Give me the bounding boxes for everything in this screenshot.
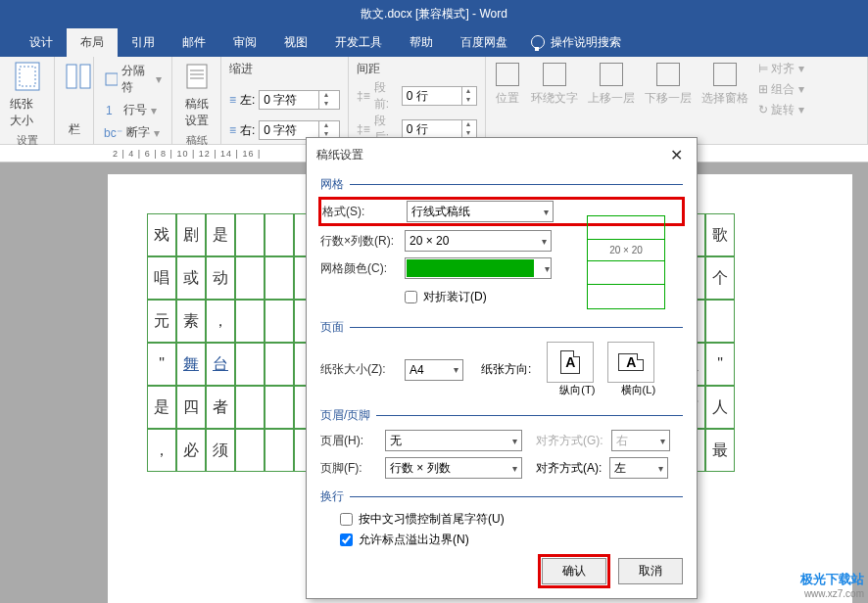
watermark: 极光下载站 www.xz7.com: [800, 571, 864, 599]
forward-icon: [600, 63, 623, 86]
grid-cell: 者: [206, 386, 235, 429]
grid-cell: [265, 213, 294, 256]
grid-cell: 须: [206, 429, 235, 472]
tab-layout[interactable]: 布局: [67, 28, 118, 57]
group-button: ⊞ 组合 ▾: [758, 81, 804, 98]
ok-button[interactable]: 确认: [542, 558, 606, 584]
grid-cell: ": [147, 343, 176, 386]
rowscols-select[interactable]: 20 × 20: [405, 230, 552, 252]
bulb-icon: [531, 35, 545, 49]
back-button: 下移一层: [645, 90, 692, 107]
color-swatch: [407, 259, 534, 277]
grid-cell: 歌: [705, 213, 735, 256]
position-icon: [496, 63, 519, 86]
fold-checkbox[interactable]: 对折装订(D): [405, 289, 487, 305]
grid-cell: 戏: [147, 213, 176, 256]
grid-cell: ，: [147, 429, 176, 472]
landscape-label: 横向(L): [607, 383, 668, 397]
pagesize-select[interactable]: A4: [405, 359, 463, 381]
space-before-input[interactable]: ▴▾: [402, 86, 477, 106]
breaks-icon: [104, 71, 118, 87]
line-numbers-button[interactable]: 1行号 ▾: [102, 100, 164, 120]
header-align-label: 对齐方式(G):: [536, 433, 603, 449]
wrap-legend: 换行: [320, 488, 683, 505]
rotate-button: ↻ 旋转 ▾: [758, 102, 804, 118]
landscape-button[interactable]: A: [607, 342, 654, 383]
indent-left-label: 左:: [240, 92, 255, 109]
grid-cell: [235, 386, 265, 429]
header-select[interactable]: 无: [385, 430, 522, 451]
manuscript-button[interactable]: 稿纸 设置: [183, 94, 211, 131]
svg-text:1: 1: [106, 104, 113, 117]
tab-design[interactable]: 设计: [16, 28, 67, 57]
indent-right-label: 右:: [240, 122, 255, 139]
manuscript-icon[interactable]: [181, 61, 213, 92]
close-icon[interactable]: ✕: [666, 146, 687, 164]
grid-cell: [235, 256, 265, 300]
footer-align-label: 对齐方式(A):: [536, 460, 602, 477]
hf-legend: 页眉/页脚: [320, 407, 683, 424]
portrait-button[interactable]: A: [547, 342, 594, 383]
grid-cell: 动: [206, 256, 235, 300]
grid-cell: 台: [206, 343, 235, 386]
footer-select[interactable]: 行数 × 列数: [385, 457, 522, 479]
grid-cell: [235, 300, 265, 343]
window-title: 散文.docx [兼容模式] - Word: [0, 0, 868, 27]
tab-dev[interactable]: 开发工具: [321, 28, 396, 57]
grid-cell: 舞: [176, 343, 206, 386]
grid-cell: 元: [147, 300, 176, 343]
format-select[interactable]: 行线式稿纸: [407, 201, 554, 222]
grid-cell: 四: [176, 386, 206, 429]
line-num-icon: 1: [104, 103, 120, 118]
margins-icon[interactable]: [12, 61, 43, 92]
selection-button: 选择窗格: [701, 90, 748, 107]
grid-cell: 最: [705, 429, 735, 472]
indent-left-input[interactable]: ▴▾: [259, 90, 340, 110]
overflow-checkbox[interactable]: 允许标点溢出边界(N): [340, 532, 683, 548]
tab-help[interactable]: 帮助: [396, 28, 447, 57]
breaks-button[interactable]: 分隔符 ▾: [102, 61, 164, 98]
tab-mail[interactable]: 邮件: [169, 28, 219, 57]
grid-cell: [235, 429, 265, 472]
gridcolor-select[interactable]: [405, 257, 552, 279]
columns-button[interactable]: 栏: [63, 119, 85, 140]
grid-cell: 人: [705, 386, 735, 429]
hyphenation-button[interactable]: bc⁻ 断字 ▾: [102, 122, 164, 143]
grid-cell: [265, 386, 294, 429]
forward-button: 上移一层: [588, 90, 635, 107]
wrap-button: 环绕文字: [531, 90, 578, 107]
grid-cell: 素: [176, 300, 206, 343]
grid-cell: [265, 300, 294, 343]
rowscols-label: 行数×列数(R):: [320, 233, 397, 250]
grid-cell: [265, 429, 294, 472]
grid-cell: 个: [705, 256, 735, 300]
cjk-checkbox[interactable]: 按中文习惯控制首尾字符(U): [340, 511, 683, 528]
tab-baidu[interactable]: 百度网盘: [447, 28, 521, 57]
cancel-button[interactable]: 取消: [618, 558, 683, 584]
grid-cell: ": [705, 343, 735, 386]
header-label: 页眉(H):: [320, 433, 377, 449]
grid-cell: 必: [176, 429, 206, 472]
gridcolor-label: 网格颜色(C):: [320, 260, 397, 277]
grid-cell: 是: [147, 386, 176, 429]
grid-cell: 剧: [176, 213, 206, 256]
format-label: 格式(S):: [322, 204, 399, 220]
portrait-label: 纵向(T): [547, 383, 607, 397]
grid-legend: 网格: [320, 176, 683, 193]
tab-review[interactable]: 审阅: [219, 28, 270, 57]
grid-preview: 20 × 20: [587, 215, 665, 309]
tell-me[interactable]: 操作说明搜索: [531, 34, 621, 51]
grid-cell: 唱: [147, 256, 176, 300]
dialog-title: 稿纸设置: [316, 147, 363, 163]
ribbon: 纸张大小 设置 栏 分隔符 ▾ 1行号 ▾ bc⁻ 断字 ▾ 稿纸 设置 稿纸 …: [0, 57, 868, 145]
space-after-input[interactable]: ▴▾: [402, 119, 477, 139]
footer-align-select[interactable]: 左: [609, 457, 668, 479]
columns-icon[interactable]: [63, 61, 94, 92]
grid-cell: ，: [206, 300, 235, 343]
footer-label: 页脚(F):: [320, 460, 377, 477]
tab-references[interactable]: 引用: [118, 28, 169, 57]
grid-cell: 是: [206, 213, 235, 256]
margins-button[interactable]: 纸张大小: [8, 94, 46, 131]
tab-view[interactable]: 视图: [270, 28, 321, 57]
align-button: ⊨ 对齐 ▾: [758, 61, 804, 77]
